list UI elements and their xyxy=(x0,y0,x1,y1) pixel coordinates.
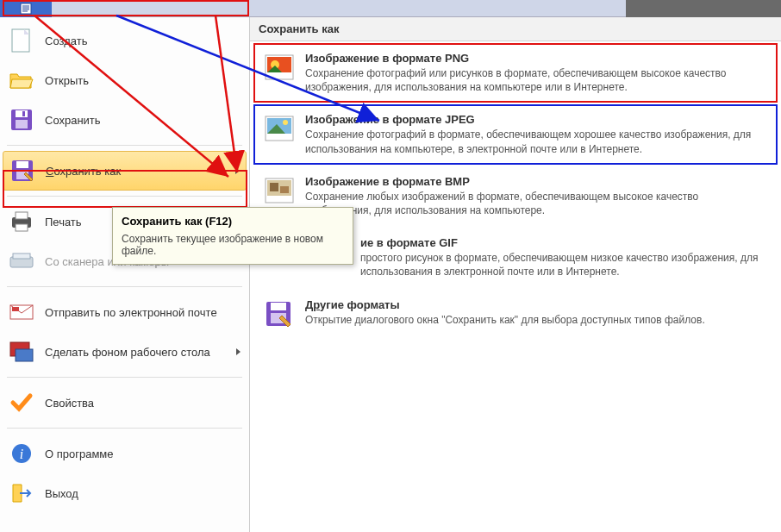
svg-rect-34 xyxy=(280,186,289,193)
menu-about[interactable]: i О программе xyxy=(0,434,249,473)
app-menu-button[interactable] xyxy=(0,0,52,17)
exit-icon xyxy=(9,480,34,506)
menu-label: Сохранить xyxy=(45,114,101,127)
panel-title: Сохранить как xyxy=(250,17,781,41)
menu-save-as[interactable]: Сохранить как xyxy=(3,151,247,191)
format-desc: Сохранение фотографий или рисунков в фор… xyxy=(305,66,767,94)
left-menu: Создать Открыть Сохранить Сохранить как xyxy=(0,17,250,532)
separator xyxy=(7,196,242,197)
format-title: Другие форматы xyxy=(305,298,767,311)
format-title: Изображение в формате BMP xyxy=(305,175,767,188)
submenu-arrow-icon xyxy=(236,348,241,355)
menu-label: Выход xyxy=(45,487,78,500)
svg-rect-0 xyxy=(21,3,31,14)
save-as-icon xyxy=(9,158,35,184)
svg-rect-36 xyxy=(271,303,286,310)
jpeg-icon xyxy=(264,113,295,144)
svg-rect-33 xyxy=(270,183,278,191)
svg-rect-15 xyxy=(16,212,28,219)
separator xyxy=(7,145,242,146)
menu-label: Создать xyxy=(45,34,87,47)
menu-label: О программе xyxy=(45,448,114,460)
format-title: ие в формате GIF xyxy=(360,236,767,249)
svg-rect-20 xyxy=(12,307,19,311)
menu-properties[interactable]: Свойства xyxy=(0,383,249,422)
checkmark-icon xyxy=(9,390,34,416)
submenu-arrow-icon xyxy=(235,167,240,174)
tooltip-body: Сохранить текущее изображение в новом фа… xyxy=(122,233,344,257)
menu-label: Свойства xyxy=(45,397,94,410)
svg-rect-10 xyxy=(22,111,25,116)
save-icon xyxy=(9,107,34,133)
format-title: Изображение в формате PNG xyxy=(305,52,767,65)
svg-rect-8 xyxy=(16,110,28,117)
format-desc: простого рисунок в формате, обеспечивающ… xyxy=(360,251,767,279)
format-desc: Сохранение любых изображений в формате, … xyxy=(305,190,767,217)
svg-rect-18 xyxy=(13,253,30,259)
menu-open[interactable]: Открыть xyxy=(0,60,249,100)
svg-rect-9 xyxy=(16,120,28,128)
desktop-icon xyxy=(9,339,34,365)
envelope-icon xyxy=(9,299,34,325)
format-desc: Открытие диалогового окна "Сохранить как… xyxy=(305,313,767,327)
tooltip-title: Сохранить как (F12) xyxy=(122,215,344,228)
backstage-menu: Создать Открыть Сохранить Сохранить как xyxy=(0,17,781,532)
info-icon: i xyxy=(9,441,34,466)
menu-label: Печать xyxy=(45,216,82,228)
menu-label: Отправить по электронной почте xyxy=(45,306,217,319)
menu-wallpaper[interactable]: Сделать фоном рабочего стола xyxy=(0,332,249,372)
scanner-icon xyxy=(9,248,34,274)
svg-rect-12 xyxy=(16,161,28,168)
separator xyxy=(7,286,242,287)
format-jpeg[interactable]: Изображение в формате JPEG Сохранение фо… xyxy=(253,104,778,164)
svg-point-30 xyxy=(283,120,288,125)
separator xyxy=(7,428,242,429)
separator xyxy=(7,377,242,378)
bmp-icon xyxy=(264,175,295,206)
format-desc: Сохранение фотографий в формате, обеспеч… xyxy=(305,128,767,155)
png-icon xyxy=(264,52,295,83)
document-icon xyxy=(19,3,33,15)
new-document-icon xyxy=(9,28,34,53)
menu-label: Сделать фоном рабочего стола xyxy=(45,346,210,359)
menu-label: Открыть xyxy=(45,74,89,87)
tooltip: Сохранить как (F12) Сохранить текущее из… xyxy=(112,207,353,265)
format-png[interactable]: Изображение в формате PNG Сохранение фот… xyxy=(253,43,778,103)
menu-create[interactable]: Создать xyxy=(0,21,249,60)
menu-save[interactable]: Сохранить xyxy=(0,100,249,140)
menu-exit[interactable]: Выход xyxy=(0,473,249,513)
format-other[interactable]: Другие форматы Открытие диалогового окна… xyxy=(253,290,778,338)
menu-label: Сохранить как xyxy=(46,165,121,178)
format-title: Изображение в формате JPEG xyxy=(305,113,767,126)
svg-rect-16 xyxy=(16,224,28,231)
menu-email[interactable]: Отправить по электронной почте xyxy=(0,292,249,332)
svg-rect-22 xyxy=(16,349,33,361)
svg-text:i: i xyxy=(20,447,23,461)
window-background xyxy=(626,0,781,17)
printer-icon xyxy=(9,209,34,235)
folder-open-icon xyxy=(9,67,34,93)
save-as-panel: Сохранить как Изображение в формате PNG … xyxy=(250,17,781,532)
title-bar xyxy=(0,0,781,17)
other-formats-icon xyxy=(264,298,295,329)
